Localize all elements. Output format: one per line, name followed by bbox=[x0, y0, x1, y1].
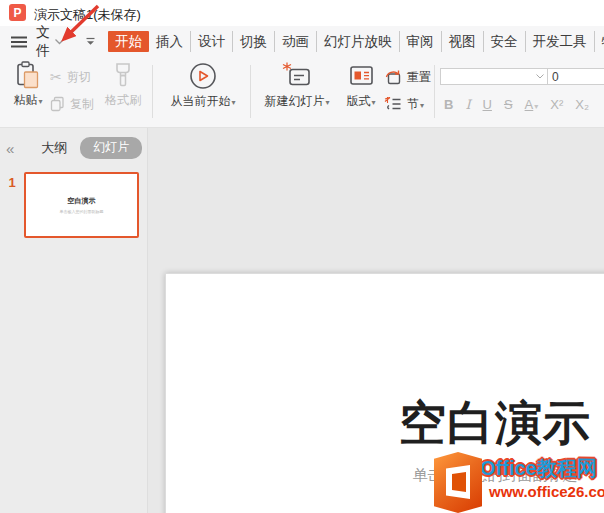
thumbnail-title: 空白演示 bbox=[68, 196, 96, 206]
collapse-panel-button[interactable]: « bbox=[6, 140, 14, 157]
toolbar-divider bbox=[152, 65, 153, 118]
new-slide-button[interactable]: 新建幻灯片▾ bbox=[258, 61, 336, 110]
slide-panel-header: « 大纲 幻灯片 bbox=[0, 128, 147, 159]
slide-panel: « 大纲 幻灯片 1 空白演示 单击输入您的封面副标题 bbox=[0, 128, 148, 513]
slide-thumbnail[interactable]: 空白演示 单击输入您的封面副标题 bbox=[24, 172, 139, 238]
italic-button[interactable]: I bbox=[465, 97, 470, 112]
tab-devtools[interactable]: 开发工具 bbox=[526, 31, 595, 52]
slide-number: 1 bbox=[0, 172, 24, 238]
chevron-down-icon[interactable] bbox=[54, 38, 65, 45]
paste-button[interactable]: 粘贴▾ bbox=[6, 61, 50, 109]
underline-button[interactable]: U bbox=[483, 97, 492, 112]
reset-section-group: 重置 节▾ bbox=[384, 61, 432, 115]
new-slide-icon bbox=[282, 61, 312, 91]
strikethrough-button[interactable]: S bbox=[504, 97, 513, 112]
toolbar-divider bbox=[250, 65, 251, 118]
format-painter-button[interactable]: 格式刷 bbox=[100, 61, 146, 109]
menu-bar: 文件 开始 插入 设计 切换 动画 幻灯片放映 审阅 视图 安全 开发工具 特色… bbox=[0, 26, 604, 57]
tab-design[interactable]: 设计 bbox=[191, 31, 233, 52]
bold-button[interactable]: B bbox=[444, 97, 453, 112]
tab-slides[interactable]: 幻灯片 bbox=[80, 137, 142, 159]
scissors-icon: ✂ bbox=[50, 70, 62, 84]
tab-home[interactable]: 开始 bbox=[108, 31, 149, 52]
font-group: 0 B I U S A▾ X² X₂ bbox=[440, 61, 604, 112]
tab-animation[interactable]: 动画 bbox=[275, 31, 317, 52]
thumbnail-subtitle: 单击输入您的封面副标题 bbox=[60, 209, 104, 214]
tab-security[interactable]: 安全 bbox=[484, 31, 526, 52]
reset-button[interactable]: 重置 bbox=[384, 66, 432, 88]
ribbon-toolbar: 粘贴▾ ✂ 剪切 复制 格式刷 从当前开始▾ bbox=[0, 57, 604, 128]
file-menu-button[interactable]: 文件 bbox=[36, 24, 50, 60]
cut-copy-group: ✂ 剪切 复制 bbox=[50, 61, 102, 115]
layout-icon bbox=[348, 63, 375, 91]
paste-icon bbox=[15, 61, 41, 90]
watermark-site-name: Office教程网 bbox=[480, 456, 604, 480]
ribbon-tabs: 开始 插入 设计 切换 动画 幻灯片放映 审阅 视图 安全 开发工具 特色功能 bbox=[108, 31, 604, 53]
tab-outline[interactable]: 大纲 bbox=[41, 139, 67, 157]
title-bar: P 演示文稿1(未保存) bbox=[0, 0, 604, 26]
font-size-combobox[interactable]: 0 bbox=[548, 68, 604, 85]
watermark-site-url: www.office26.com bbox=[489, 483, 604, 500]
tab-transition[interactable]: 切换 bbox=[233, 31, 275, 52]
wpp-app-logo-icon: P bbox=[9, 4, 26, 21]
layout-button[interactable]: 版式▾ bbox=[338, 61, 384, 110]
slide-title-placeholder[interactable]: 空白演示 bbox=[166, 392, 604, 455]
font-name-combobox[interactable] bbox=[440, 68, 548, 85]
tab-view[interactable]: 视图 bbox=[442, 31, 484, 52]
tab-insert[interactable]: 插入 bbox=[149, 31, 191, 52]
start-from-current-button[interactable]: 从当前开始▾ bbox=[159, 61, 247, 110]
section-icon bbox=[384, 96, 402, 112]
subscript-button[interactable]: X₂ bbox=[575, 97, 589, 112]
tab-slideshow[interactable]: 幻灯片放映 bbox=[317, 31, 400, 52]
copy-button[interactable]: 复制 bbox=[50, 93, 102, 115]
office-logo-icon bbox=[434, 452, 482, 513]
cut-button[interactable]: ✂ 剪切 bbox=[50, 66, 102, 88]
copy-icon bbox=[50, 96, 65, 112]
reset-icon bbox=[384, 69, 402, 86]
ribbon-options-icon[interactable] bbox=[85, 37, 96, 46]
toolbar-divider bbox=[434, 65, 435, 118]
hamburger-menu-icon[interactable] bbox=[10, 35, 28, 49]
section-button[interactable]: 节▾ bbox=[384, 93, 432, 115]
font-color-button[interactable]: A▾ bbox=[525, 97, 539, 112]
format-painter-icon bbox=[110, 61, 136, 90]
play-slideshow-icon bbox=[188, 61, 218, 91]
watermark: Office教程网 www.office26.com bbox=[434, 452, 604, 513]
superscript-button[interactable]: X² bbox=[550, 97, 563, 112]
tab-special-features[interactable]: 特色功能 bbox=[595, 31, 604, 52]
slide-thumbnail-row: 1 空白演示 单击输入您的封面副标题 bbox=[0, 172, 147, 238]
chevron-down-icon bbox=[536, 74, 544, 79]
document-title: 演示文稿1(未保存) bbox=[34, 6, 141, 24]
tab-review[interactable]: 审阅 bbox=[400, 31, 442, 52]
